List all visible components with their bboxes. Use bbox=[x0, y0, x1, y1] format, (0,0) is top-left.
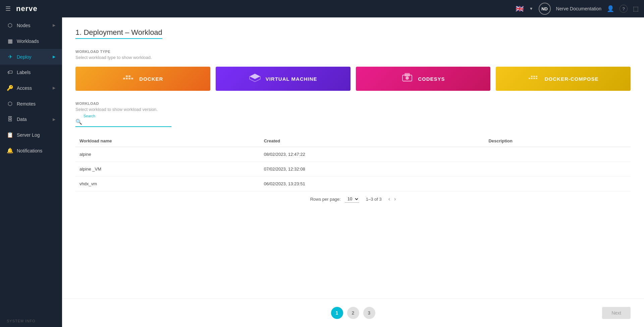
main-body: 1. Deployment – Workload WORKLOAD TYPE S… bbox=[62, 17, 644, 299]
access-icon: 🔑 bbox=[7, 85, 13, 91]
sidebar-item-access[interactable]: 🔑 Access ▶ bbox=[0, 80, 62, 96]
sidebar-item-label: Remotes bbox=[17, 101, 55, 107]
remotes-icon: ⬡ bbox=[7, 101, 13, 107]
help-icon[interactable]: ? bbox=[620, 5, 628, 13]
logout-icon[interactable]: ⬚ bbox=[633, 5, 639, 12]
cell-workload-name: alpine bbox=[75, 147, 260, 162]
chevron-right-icon: ▶ bbox=[53, 117, 55, 122]
sidebar-item-label: Data bbox=[17, 117, 49, 122]
vm-card[interactable]: VIRTUAL MACHINE bbox=[216, 67, 351, 91]
hamburger-icon[interactable]: ☰ bbox=[5, 5, 11, 12]
step-1-circle[interactable]: 1 bbox=[331, 307, 343, 319]
table-row[interactable]: alpine 08/02/2023, 12:47:22 bbox=[75, 147, 631, 162]
system-info-label: SYSTEM INFO bbox=[0, 315, 62, 327]
labels-icon: 🏷 bbox=[7, 69, 13, 75]
svg-rect-1 bbox=[126, 78, 128, 79]
next-button[interactable]: Next bbox=[602, 307, 631, 319]
step-2-circle[interactable]: 2 bbox=[347, 307, 359, 319]
workload-types-container: DOCKER VIRTUAL MACHINE bbox=[75, 67, 631, 91]
sidebar-item-label: Labels bbox=[17, 70, 55, 75]
table-row[interactable]: alpine _VM 07/02/2023, 12:32:08 bbox=[75, 162, 631, 177]
cell-workload-name: alpine _VM bbox=[75, 162, 260, 177]
chevron-right-icon: ▶ bbox=[53, 55, 55, 59]
app-logo: nerve bbox=[16, 4, 512, 13]
search-wrapper: 🔍 bbox=[75, 119, 171, 127]
cell-description bbox=[484, 177, 631, 191]
svg-point-9 bbox=[406, 76, 409, 80]
cell-description bbox=[484, 147, 631, 162]
user-icon[interactable]: 👤 bbox=[607, 5, 614, 12]
col-workload-name: Workload name bbox=[75, 135, 260, 147]
sidebar-item-server-log[interactable]: 📋 Server Log bbox=[0, 127, 62, 143]
svg-rect-13 bbox=[533, 78, 535, 79]
sidebar-item-nodes[interactable]: ⬡ Nodes ▶ bbox=[0, 17, 62, 33]
docker-card[interactable]: DOCKER bbox=[75, 67, 210, 91]
rows-per-page-select[interactable]: 10 25 50 bbox=[345, 195, 359, 203]
sidebar-item-workloads[interactable]: ▦ Workloads bbox=[0, 33, 62, 49]
workload-type-label: WORKLOAD TYPE bbox=[75, 50, 631, 54]
docker-compose-label: DOCKER-COMPOSE bbox=[545, 76, 599, 82]
sidebar-item-notifications[interactable]: 🔔 Notifications bbox=[0, 143, 62, 158]
doc-name[interactable]: Nerve Documentation bbox=[556, 6, 601, 11]
cell-workload-name: vhdx_vm bbox=[75, 177, 260, 191]
vm-label: VIRTUAL MACHINE bbox=[266, 76, 317, 82]
sidebar-item-label: Deploy bbox=[17, 54, 49, 60]
next-page-button[interactable]: › bbox=[394, 196, 396, 202]
workload-type-sublabel: Select workload type to show workload. bbox=[75, 55, 631, 60]
codesys-card[interactable]: CODESYS bbox=[356, 67, 491, 91]
codesys-label: CODESYS bbox=[418, 76, 445, 82]
sidebar-item-data[interactable]: 🗄 Data ▶ bbox=[0, 112, 62, 127]
avatar[interactable]: ND bbox=[539, 3, 551, 15]
docker-compose-icon bbox=[528, 73, 540, 85]
svg-rect-14 bbox=[533, 76, 535, 77]
svg-rect-3 bbox=[128, 78, 130, 79]
search-input[interactable] bbox=[84, 119, 171, 125]
svg-rect-12 bbox=[531, 76, 533, 77]
sidebar-item-label: Workloads bbox=[17, 39, 55, 44]
deploy-icon: ✈ bbox=[7, 54, 13, 60]
col-description: Description bbox=[484, 135, 631, 147]
layout: ⬡ Nodes ▶ ▦ Workloads ✈ Deploy ▶ 🏷 Label… bbox=[0, 17, 644, 327]
language-dropdown-icon[interactable]: ▼ bbox=[529, 6, 533, 11]
cell-created: 06/02/2023, 13:23:51 bbox=[260, 177, 485, 191]
svg-rect-10 bbox=[529, 78, 530, 79]
step-footer: 1 2 3 Next bbox=[62, 299, 644, 327]
col-created: Created bbox=[260, 135, 485, 147]
svg-rect-11 bbox=[531, 78, 533, 79]
topnav: ☰ nerve 🇬🇧 ▼ ND Nerve Documentation 👤 ? … bbox=[0, 0, 644, 17]
codesys-icon bbox=[401, 72, 413, 86]
search-label: Search bbox=[84, 114, 95, 118]
topnav-right: 🇬🇧 ▼ ND Nerve Documentation 👤 ? ⬚ bbox=[516, 3, 639, 15]
step-3-circle[interactable]: 3 bbox=[363, 307, 375, 319]
svg-rect-2 bbox=[126, 75, 128, 77]
sidebar-item-labels[interactable]: 🏷 Labels bbox=[0, 65, 62, 80]
sidebar-item-remotes[interactable]: ⬡ Remotes bbox=[0, 96, 62, 112]
svg-rect-5 bbox=[131, 78, 133, 79]
cell-created: 07/02/2023, 12:32:08 bbox=[260, 162, 485, 177]
search-container: Search 🔍 bbox=[75, 119, 631, 127]
docker-label: DOCKER bbox=[139, 76, 163, 82]
cell-created: 08/02/2023, 12:47:22 bbox=[260, 147, 485, 162]
language-flag-icon[interactable]: 🇬🇧 bbox=[516, 5, 524, 13]
chevron-right-icon: ▶ bbox=[53, 86, 55, 90]
sidebar: ⬡ Nodes ▶ ▦ Workloads ✈ Deploy ▶ 🏷 Label… bbox=[0, 17, 62, 327]
docker-icon bbox=[122, 73, 135, 85]
server-log-icon: 📋 bbox=[7, 132, 13, 138]
svg-rect-16 bbox=[536, 76, 537, 77]
svg-marker-6 bbox=[250, 74, 260, 79]
sidebar-item-deploy[interactable]: ✈ Deploy ▶ bbox=[0, 49, 62, 65]
svg-rect-15 bbox=[536, 78, 537, 79]
workload-table: Workload name Created Description alpine… bbox=[75, 135, 631, 191]
svg-rect-4 bbox=[128, 75, 130, 77]
docker-compose-card[interactable]: DOCKER-COMPOSE bbox=[496, 67, 631, 91]
search-field: Search 🔍 bbox=[75, 119, 171, 127]
prev-page-button[interactable]: ‹ bbox=[388, 196, 390, 202]
table-row[interactable]: vhdx_vm 06/02/2023, 13:23:51 bbox=[75, 177, 631, 191]
cell-description bbox=[484, 162, 631, 177]
sidebar-item-label: Nodes bbox=[17, 23, 49, 28]
chevron-right-icon: ▶ bbox=[53, 23, 55, 27]
sidebar-item-label: Access bbox=[17, 85, 49, 91]
main-content: 1. Deployment – Workload WORKLOAD TYPE S… bbox=[62, 17, 644, 327]
sidebar-item-label: Notifications bbox=[17, 148, 55, 153]
workloads-icon: ▦ bbox=[7, 38, 13, 44]
